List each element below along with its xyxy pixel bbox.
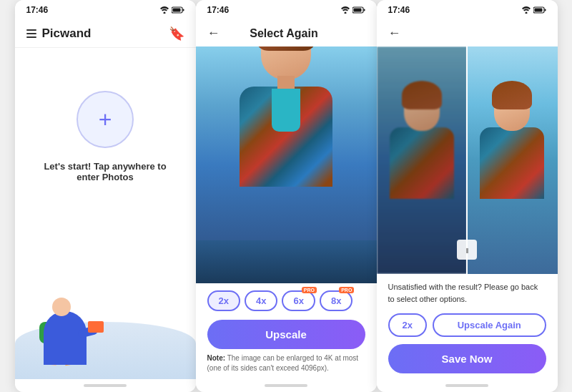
plus-icon: +: [99, 108, 112, 131]
photo-display-2: [196, 46, 377, 283]
bottom-bar-2: [196, 379, 377, 392]
app-title: Picwand: [42, 26, 92, 41]
status-time-3: 17:46: [388, 5, 410, 15]
status-time-1: 17:46: [26, 5, 49, 15]
scale-options: 2x 4x 6x PRO 8x PRO: [196, 283, 377, 317]
bottom-actions: 2x Upscale Again: [377, 310, 558, 341]
back-button-2[interactable]: ←: [207, 26, 220, 41]
status-time-2: 17:46: [207, 5, 230, 15]
back-button-3[interactable]: ←: [388, 26, 401, 41]
svg-rect-3: [172, 9, 180, 12]
status-bar-2: 17:46: [196, 0, 377, 20]
svg-rect-10: [544, 9, 546, 11]
bookmark-icon[interactable]: 🔖: [169, 26, 184, 41]
nav-bar-3: ←: [377, 20, 558, 46]
home-indicator-1: [84, 384, 127, 387]
status-bar-3: 17:46: [377, 0, 558, 20]
bottom-bar-3: [377, 379, 558, 392]
scale-8x[interactable]: 8x PRO: [320, 290, 352, 311]
before-person: [386, 81, 458, 253]
hair: [257, 46, 315, 51]
status-icons-3: [522, 6, 546, 14]
body: [44, 311, 87, 365]
home-indicator-2: [265, 384, 307, 387]
note-bold: Note:: [207, 354, 226, 362]
after-person: [476, 81, 548, 253]
add-photo-button[interactable]: +: [77, 91, 134, 148]
svg-point-4: [344, 12, 346, 14]
screen-1: 17:46 Picwand 🔖 + Let's start!: [15, 0, 196, 392]
upscale-again-button[interactable]: Upscale Again: [433, 313, 546, 337]
home-indicator-3: [445, 384, 488, 387]
comparison-container: [377, 46, 558, 274]
svg-rect-2: [182, 9, 184, 11]
illus-figure: [36, 286, 101, 365]
nav-bar-2: ← Select Again: [196, 20, 377, 46]
svg-rect-11: [534, 9, 542, 12]
pro-badge-8x: PRO: [339, 287, 354, 293]
wifi-icon-3: [522, 6, 531, 14]
svg-point-0: [163, 12, 165, 14]
svg-rect-6: [363, 9, 365, 11]
envelope: [88, 321, 104, 333]
scale-6x[interactable]: 6x PRO: [282, 290, 315, 311]
save-now-button[interactable]: Save Now: [388, 344, 546, 373]
person-s2: [232, 46, 340, 255]
main-content-1[interactable]: + Let's start! Tap anywhere to enter Pho…: [15, 48, 196, 265]
status-icons-2: [341, 6, 365, 14]
tshirt: [272, 89, 300, 132]
pro-badge-6x: PRO: [302, 287, 317, 293]
scale-2x[interactable]: 2x: [207, 290, 240, 311]
head: [52, 298, 71, 316]
status-bar-1: 17:46: [15, 0, 196, 20]
face: [261, 46, 311, 79]
wifi-icon-2: [341, 6, 350, 14]
hamburger-menu[interactable]: [26, 29, 36, 38]
upscale-button[interactable]: Upscale: [207, 320, 365, 349]
scale-4x[interactable]: 4x: [245, 290, 277, 311]
app-header: Picwand 🔖: [15, 20, 196, 48]
scale-2x-s3[interactable]: 2x: [388, 313, 427, 337]
illustration: [15, 265, 196, 379]
neck: [277, 76, 295, 90]
prompt-text: Let's start! Tap anywhere to enter Photo…: [15, 161, 196, 182]
note-content: The image can be enlarged to 4K at most …: [207, 354, 359, 372]
comparison-after: [467, 46, 558, 274]
svg-point-8: [525, 12, 527, 14]
note-text: Note: The image can be enlarged to 4K at…: [196, 353, 377, 379]
divider-handle[interactable]: [457, 240, 477, 260]
battery-icon-3: [533, 6, 546, 14]
nav-title-2: Select Again: [250, 27, 317, 40]
svg-rect-7: [353, 9, 361, 12]
comparison-before: [377, 46, 468, 274]
unsatisfied-text: Unsatisfied with the result? Please go b…: [377, 274, 558, 310]
screen-2: 17:46 ← Select Again: [196, 0, 377, 392]
wifi-icon: [160, 6, 169, 14]
status-icons-1: [160, 6, 184, 14]
photo-container-2: [196, 46, 377, 283]
battery-icon-2: [352, 6, 365, 14]
bottom-bar-1: [15, 379, 196, 392]
battery-icon: [172, 6, 184, 14]
screen-3: 17:46 ←: [377, 0, 558, 392]
